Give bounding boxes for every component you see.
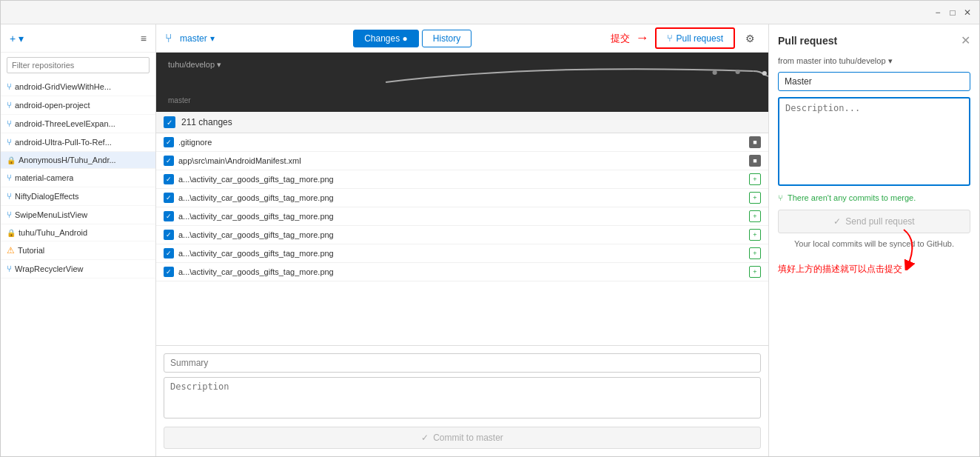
fork-icon: ⑂ (7, 191, 12, 201)
top-bar-tabs: Changes ● History (353, 30, 471, 47)
sidebar-list: ⑂android-GridViewWithHe...⑂android-open-… (1, 78, 155, 456)
sidebar: + ▾ ≡ ⑂android-GridViewWithHe...⑂android… (1, 24, 156, 456)
file-row[interactable]: ✓ a...\activity_car_goods_gifts_tag_more… (156, 244, 768, 263)
sidebar-toggle-button[interactable]: ≡ (138, 31, 150, 46)
branch-name-input[interactable] (778, 72, 970, 91)
file-name: .gitignore (178, 138, 745, 147)
filter-repositories-input[interactable] (7, 57, 150, 73)
send-pr-label: Send pull request (845, 216, 914, 227)
commit-area: ✓ Commit to master (156, 345, 768, 456)
file-checkbox[interactable]: ✓ (164, 248, 174, 258)
repo-name: AnonymousH/Tuhu_Andr... (19, 156, 116, 164)
sidebar-item[interactable]: ⑂android-Ultra-Pull-To-Ref... (1, 133, 155, 152)
fork-icon: ⑂ (7, 173, 12, 183)
file-status-badge: + (749, 192, 761, 204)
sidebar-item[interactable]: ⑂WrapRecyclerView (1, 260, 155, 278)
sidebar-item[interactable]: ⑂android-open-project (1, 96, 155, 115)
changes-dot: ● (403, 33, 408, 44)
changes-header: ✓ 211 changes (156, 112, 768, 133)
file-checkbox[interactable]: ✓ (164, 156, 174, 166)
sidebar-item[interactable]: 🔒AnonymousH/Tuhu_Andr... (1, 152, 155, 169)
file-name: a...\activity_car_goods_gifts_tag_more.p… (178, 175, 745, 184)
sidebar-item[interactable]: ⑂android-ThreeLevelExpan... (1, 115, 155, 133)
file-checkbox[interactable]: ✓ (164, 267, 174, 277)
no-commits-message: ⑂ There aren't any commits to merge. (778, 193, 970, 202)
file-checkbox[interactable]: ✓ (164, 211, 174, 221)
title-bar: − □ ✕ (1, 1, 979, 24)
file-status-badge: + (749, 247, 761, 259)
file-checkbox[interactable]: ✓ (164, 137, 174, 147)
right-panel-close-button[interactable]: ✕ (961, 33, 970, 47)
pr-label-text: 提交 (611, 32, 630, 45)
file-row[interactable]: ✓ a...\activity_car_goods_gifts_tag_more… (156, 170, 768, 189)
file-row[interactable]: ✓ .gitignore ■ (156, 133, 768, 152)
repo-name: WrapRecyclerView (15, 264, 84, 273)
commit-btn-icon: ✓ (421, 433, 429, 443)
branch-arrow-icon: ▾ (210, 33, 215, 44)
right-panel-title: Pull request (778, 35, 837, 47)
sidebar-item[interactable]: ⑂SwipeMenuListView (1, 206, 155, 224)
title-bar-right: − □ ✕ (932, 7, 973, 19)
repo-name: NiftyDialogEffects (15, 192, 79, 201)
sidebar-item[interactable]: 🔒tuhu/Tuhu_Android (1, 224, 155, 241)
pr-arrow-icon: → (636, 30, 649, 46)
branch-name: master (180, 33, 207, 44)
svg-point-1 (736, 70, 740, 74)
changes-label: Changes (364, 33, 400, 44)
close-button[interactable]: ✕ (961, 7, 973, 19)
file-checkbox[interactable]: ✓ (164, 193, 174, 203)
graph-visualization (156, 53, 768, 112)
file-row[interactable]: ✓ a...\activity_car_goods_gifts_tag_more… (156, 189, 768, 207)
fork-icon: ⑂ (7, 100, 12, 110)
no-commits-icon: ⑂ (778, 193, 783, 202)
maximize-button[interactable]: □ (947, 7, 959, 19)
svg-point-0 (762, 71, 767, 76)
file-row[interactable]: ✓ app\src\main\AndroidManifest.xml ■ (156, 152, 768, 170)
file-checkbox[interactable]: ✓ (164, 174, 174, 184)
add-repository-button[interactable]: + ▾ (7, 31, 27, 46)
file-row[interactable]: ✓ a...\activity_car_goods_gifts_tag_more… (156, 226, 768, 244)
repo-name: android-ThreeLevelExpan... (15, 119, 115, 128)
file-name: a...\activity_car_goods_gifts_tag_more.p… (178, 267, 745, 276)
repo-name: android-GridViewWithHe... (15, 82, 111, 91)
commit-summary-input[interactable] (164, 353, 761, 373)
no-commits-text: There aren't any commits to merge. (788, 193, 916, 202)
repo-name: android-open-project (15, 101, 90, 110)
commit-description-textarea[interactable] (164, 377, 761, 418)
file-row[interactable]: ✓ a...\activity_car_goods_gifts_tag_more… (156, 263, 768, 281)
sidebar-item[interactable]: ⑂material-camera (1, 169, 155, 187)
pr-description-textarea[interactable] (778, 97, 970, 186)
lock-icon: 🔒 (7, 229, 16, 237)
pull-request-button[interactable]: ⑂ Pull request (655, 27, 735, 49)
file-row[interactable]: ✓ a...\activity_car_goods_gifts_tag_more… (156, 207, 768, 226)
changes-tab[interactable]: Changes ● (353, 30, 419, 47)
right-panel: Pull request ✕ from master into tuhu/dev… (768, 24, 979, 456)
file-checkbox[interactable]: ✓ (164, 230, 174, 240)
file-name: a...\activity_car_goods_gifts_tag_more.p… (178, 230, 745, 239)
bottom-annotation-text: 填好上方的描述就可以点击提交 (778, 264, 902, 274)
changes-count: 211 changes (181, 117, 232, 127)
sidebar-toolbar: + ▾ ≡ (1, 24, 155, 53)
commit-button[interactable]: ✓ Commit to master (164, 427, 761, 449)
commit-btn-label: Commit to master (433, 433, 503, 443)
branch-icon: ⑂ (165, 32, 172, 45)
sidebar-item[interactable]: ⑂NiftyDialogEffects (1, 187, 155, 206)
fork-icon: ⑂ (7, 210, 12, 220)
minimize-button[interactable]: − (932, 7, 944, 19)
sync-message: Your local commits will be synced to Git… (778, 239, 970, 248)
file-name: a...\activity_car_goods_gifts_tag_more.p… (178, 212, 745, 221)
repo-name: SwipeMenuListView (15, 210, 87, 219)
file-status-badge: ■ (749, 136, 761, 148)
file-status-badge: + (749, 173, 761, 185)
sidebar-item[interactable]: ⚠Tutorial (1, 241, 155, 260)
graph-area: tuhu/develop ▾ master (156, 53, 768, 112)
settings-button[interactable]: ⚙ (741, 31, 759, 46)
select-all-checkbox[interactable]: ✓ (164, 116, 175, 128)
from-into-text: from master into tuhu/develop ▾ (778, 56, 970, 66)
pull-request-area: 提交 → ⑂ Pull request ⚙ (611, 27, 759, 49)
sidebar-item[interactable]: ⑂android-GridViewWithHe... (1, 78, 155, 96)
history-tab[interactable]: History (422, 30, 471, 47)
file-status-badge: + (749, 229, 761, 241)
branch-selector[interactable]: master ▾ (180, 33, 215, 44)
send-pull-request-button[interactable]: ✓ Send pull request (778, 210, 970, 233)
